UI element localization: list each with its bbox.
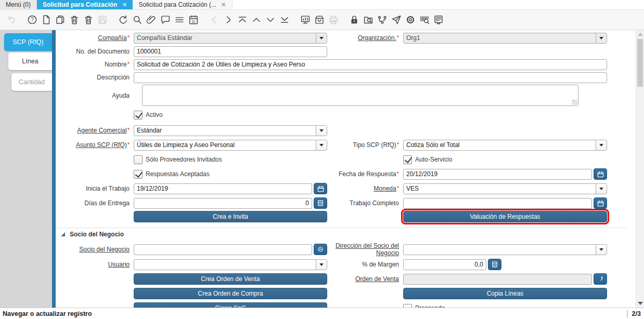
scroll-down-icon[interactable] xyxy=(638,302,643,305)
attachment-icon[interactable] xyxy=(144,13,158,27)
help-icon[interactable]: ? xyxy=(25,13,39,27)
sales-rep-label[interactable]: Agente Comercial* xyxy=(60,127,134,134)
user-label[interactable]: Usuario xyxy=(60,261,134,268)
scroll-up-icon[interactable] xyxy=(638,33,643,36)
chevron-down-icon[interactable] xyxy=(316,260,327,270)
calendar-picker-button[interactable] xyxy=(594,197,607,209)
sidebar-tab-cantidad[interactable]: Cantidad xyxy=(11,73,52,91)
find-icon[interactable] xyxy=(130,13,144,27)
lock-icon[interactable] xyxy=(347,13,361,27)
chevron-down-icon[interactable] xyxy=(316,140,327,150)
refresh-icon[interactable] xyxy=(116,13,130,27)
svg-text:?: ? xyxy=(31,17,34,22)
workflow-icon[interactable] xyxy=(375,13,389,27)
rfq-topic-label[interactable]: Asunto SCP (RfQ)* xyxy=(60,141,134,149)
invited-only-checkbox[interactable] xyxy=(134,155,143,164)
new-record-icon[interactable] xyxy=(39,13,53,27)
name-input[interactable] xyxy=(134,59,607,70)
grid-toggle-icon[interactable] xyxy=(172,13,186,27)
record-access-icon[interactable] xyxy=(361,13,375,27)
currency-combo[interactable]: VES xyxy=(403,183,607,194)
responses-accepted-checkbox[interactable] xyxy=(134,170,143,179)
self-service-checkbox[interactable] xyxy=(403,155,412,164)
chevron-down-icon[interactable] xyxy=(596,140,607,150)
create-sales-order-button[interactable]: Crea Orden de Venta xyxy=(134,273,327,285)
copy-lines-button[interactable]: Copia Líneas xyxy=(403,288,607,299)
business-partner-section-header[interactable]: Socio del Negocio xyxy=(61,231,124,238)
calendar-picker-button[interactable] xyxy=(314,183,327,194)
delete-record-icon[interactable] xyxy=(67,13,81,27)
save-icon[interactable] xyxy=(95,13,109,27)
tab-rfq-2[interactable]: Solicitud para Cotización (... ✕ xyxy=(133,0,232,9)
organization-combo[interactable]: Org1 xyxy=(403,33,607,44)
bpartner-search-button[interactable] xyxy=(314,244,327,255)
previous-record-icon[interactable] xyxy=(207,13,221,27)
bpartner-address-label[interactable]: Dirección del Socio del Negocio xyxy=(334,242,403,257)
company-label[interactable]: Compañía* xyxy=(60,34,134,42)
chevron-down-icon[interactable] xyxy=(316,126,327,136)
chevron-down-icon[interactable] xyxy=(596,245,607,255)
sales-rep-combo[interactable]: Estándar xyxy=(134,125,327,136)
sales-order-label[interactable]: Orden de Venta xyxy=(334,275,403,283)
chevron-down-icon[interactable] xyxy=(596,33,607,43)
down-record-icon[interactable] xyxy=(263,13,277,27)
company-combo[interactable]: Compañía Estándar xyxy=(134,33,327,44)
create-purchase-order-button[interactable]: Crea Orden de Compra xyxy=(134,288,327,299)
description-input[interactable] xyxy=(134,72,607,83)
bpartner-address-combo[interactable] xyxy=(403,244,607,255)
organization-label[interactable]: Organización.* xyxy=(334,34,403,42)
work-start-input[interactable] xyxy=(134,183,312,194)
parent-record-icon[interactable] xyxy=(235,13,249,27)
undo-icon[interactable] xyxy=(4,13,18,27)
record-zoom-button[interactable] xyxy=(594,273,607,285)
chevron-down-icon[interactable] xyxy=(596,184,607,194)
calendar-picker-button[interactable] xyxy=(594,168,607,180)
processed-checkbox[interactable] xyxy=(403,304,412,308)
user-combo[interactable] xyxy=(134,259,327,270)
calculator-button[interactable] xyxy=(488,259,501,270)
delete-selection-icon[interactable] xyxy=(81,13,95,27)
work-complete-input[interactable] xyxy=(403,198,592,209)
rfq-topic-combo[interactable]: Útiles de Limpieza y Aseo Personal xyxy=(134,140,327,151)
detail-record-icon[interactable] xyxy=(277,13,291,27)
delivery-days-input[interactable] xyxy=(134,198,312,209)
rfq-type-combo[interactable]: Cotiza Sólo el Total xyxy=(403,140,607,151)
close-icon[interactable]: ✕ xyxy=(221,2,226,8)
chevron-down-icon[interactable] xyxy=(316,33,327,43)
close-rfq-button[interactable]: Cierre SnC xyxy=(134,302,327,308)
bpartner-input[interactable] xyxy=(134,244,312,255)
help-textarea[interactable] xyxy=(142,85,578,106)
tab-menu-label: Menú (0) xyxy=(6,1,31,8)
response-date-input[interactable] xyxy=(403,169,592,180)
record-indicator: 2/3 xyxy=(627,310,644,317)
currency-label[interactable]: Moneda* xyxy=(334,185,403,192)
sidebar-tab-scp-rfq[interactable]: SCP (RfQ) xyxy=(4,33,52,51)
calendar-icon[interactable]: 31 xyxy=(186,13,200,27)
send-request-icon[interactable] xyxy=(389,13,403,27)
document-no-input[interactable] xyxy=(134,46,327,57)
preferences-icon[interactable] xyxy=(403,13,417,27)
margin-input[interactable] xyxy=(403,259,486,270)
report-icon[interactable] xyxy=(298,13,312,27)
calculator-button[interactable] xyxy=(314,197,327,209)
scrollbar-thumb[interactable] xyxy=(637,39,643,87)
active-checkbox[interactable] xyxy=(134,111,143,119)
bpartner-label[interactable]: Socio del Negocio xyxy=(60,246,134,253)
rfq-type-value: Cotiza Sólo el Total xyxy=(404,140,596,150)
sidebar-tab-linea-label: Línea xyxy=(22,58,38,65)
close-icon[interactable]: ✕ xyxy=(122,2,127,8)
print-icon[interactable] xyxy=(326,13,340,27)
tab-menu[interactable]: Menú (0) xyxy=(0,0,37,9)
next-record-icon[interactable] xyxy=(221,13,235,27)
vertical-scrollbar[interactable] xyxy=(636,30,644,308)
sidebar-tab-linea[interactable]: Línea xyxy=(8,52,52,70)
report-window-icon[interactable] xyxy=(431,13,445,27)
product-info-icon[interactable] xyxy=(417,13,431,27)
create-invite-button[interactable]: Crea e Invita xyxy=(134,211,327,222)
chat-icon[interactable] xyxy=(158,13,172,27)
tab-rfq-active[interactable]: Solicitud para Cotización ✕ xyxy=(37,0,133,9)
up-record-icon[interactable] xyxy=(249,13,263,27)
rank-responses-button[interactable]: Valuación de Respuestas xyxy=(403,211,607,222)
copy-record-icon[interactable] xyxy=(53,13,67,27)
archive-icon[interactable] xyxy=(312,13,326,27)
